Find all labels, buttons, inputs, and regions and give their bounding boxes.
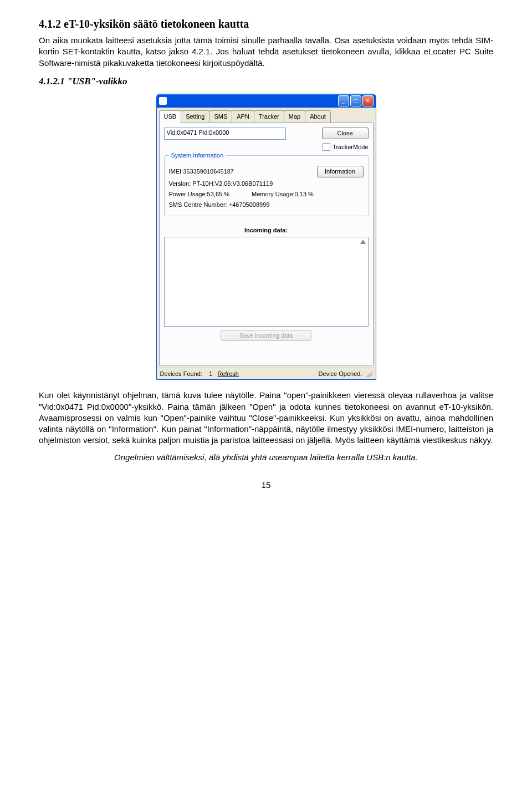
devices-found-value: 1 (209, 370, 212, 377)
tab-map[interactable]: Map (284, 110, 305, 123)
save-incoming-button: Save incoming data (221, 330, 311, 342)
close-icon[interactable]: × (362, 95, 374, 106)
version-label: Version: (169, 180, 191, 188)
memory-label: Memory Usage: (252, 190, 295, 199)
heading-4-1-2: 4.1.2 eT-10-yksikön säätö tietokoneen ka… (39, 17, 493, 32)
sms-centre-label: SMS Centre Number: (169, 201, 227, 209)
incoming-data-label: Incoming data: (164, 226, 369, 235)
device-select[interactable]: Vid:0x0471 Pid:0x0000 (164, 128, 286, 140)
imei-value: 353359010645187 (183, 167, 234, 176)
paragraph-note: Ongelmien välttämiseksi, älä yhdistä yht… (39, 452, 493, 463)
status-bar: Devices Found: 1 Refresh Device Opened. (157, 368, 376, 380)
group-legend: System Information (169, 151, 226, 160)
incoming-data-area[interactable] (164, 237, 369, 327)
page-number: 15 (39, 480, 493, 491)
devices-found-label: Devices Found: (160, 370, 202, 377)
trackermode-label: TrackerMode (332, 143, 368, 151)
information-button[interactable]: Information (317, 166, 364, 177)
refresh-link[interactable]: Refresh (217, 370, 239, 377)
minimize-icon[interactable]: _ (338, 95, 349, 106)
resize-grip-icon[interactable] (366, 370, 372, 377)
scroll-up-icon[interactable] (360, 240, 366, 244)
imei-label: IMEI: (169, 167, 183, 176)
power-value: 53,65 % (207, 190, 229, 199)
maximize-icon[interactable]: □ (350, 95, 361, 106)
paragraph-usage: Kun olet käynnistänyt ohjelman, tämä kuv… (39, 390, 493, 446)
tab-tracker[interactable]: Tracker (254, 110, 284, 123)
device-opened-status: Device Opened. (319, 370, 362, 378)
power-label: Power Usage: (169, 190, 207, 199)
trackermode-checkbox[interactable] (323, 143, 330, 151)
tab-about[interactable]: About (305, 110, 331, 123)
tab-bar: USB Setting SMS APN Tracker Map About (157, 108, 376, 123)
app-window: _ □ × USB Setting SMS APN Tracker Map Ab… (156, 94, 376, 380)
sms-centre-value: +46705008999 (229, 201, 270, 209)
version-value: PT-10H:V2.06:V3.06B071119 (192, 180, 273, 188)
paragraph-intro: On aika muokata laitteesi asetuksia jott… (39, 35, 493, 69)
tab-usb[interactable]: USB (159, 110, 182, 123)
app-icon (159, 97, 167, 105)
heading-4-1-2-1: 4.1.2.1 "USB"-valikko (39, 75, 493, 88)
system-information-group: System Information IMEI: 353359010645187… (164, 155, 369, 216)
memory-value: 0,13 % (295, 190, 314, 199)
tab-apn[interactable]: APN (232, 110, 254, 123)
tab-sms[interactable]: SMS (209, 110, 232, 123)
tab-setting[interactable]: Setting (181, 110, 209, 123)
open-close-button[interactable]: Close (322, 128, 369, 139)
window-titlebar: _ □ × (157, 94, 376, 108)
tab-panel-usb: Vid:0x0471 Pid:0x0000 Close TrackerMode … (159, 123, 374, 365)
